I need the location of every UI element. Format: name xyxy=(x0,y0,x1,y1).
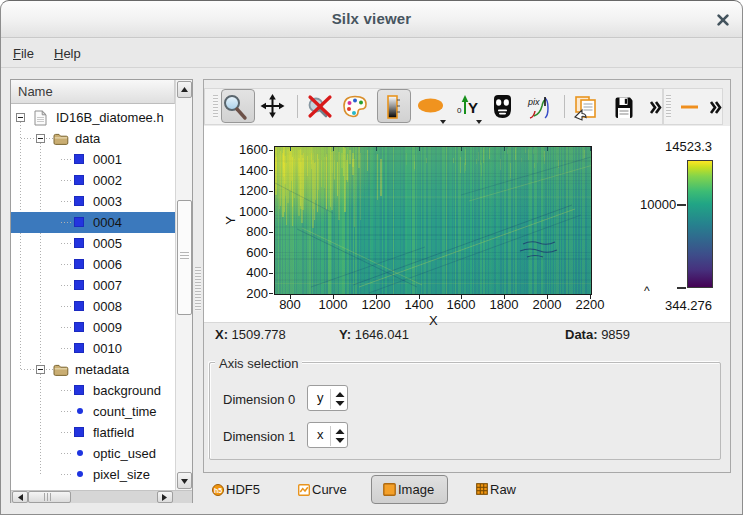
svg-text:pix: pix xyxy=(527,97,540,107)
svg-text:0: 0 xyxy=(457,106,462,115)
svg-text:Y: Y xyxy=(468,99,478,116)
svg-text:h5: h5 xyxy=(214,487,222,494)
